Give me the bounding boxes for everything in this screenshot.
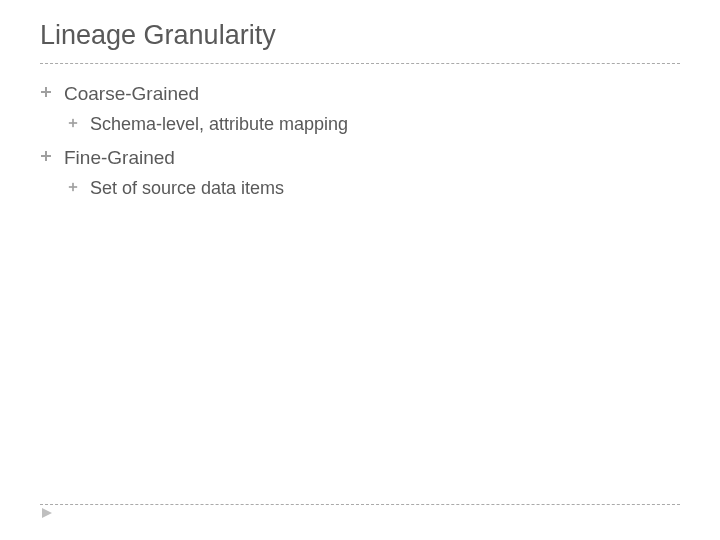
bullet-icon xyxy=(40,146,52,168)
svg-marker-8 xyxy=(42,508,52,518)
bullet-icon xyxy=(68,177,78,198)
list-item-label: Fine-Grained xyxy=(64,146,175,171)
list-item-label: Set of source data items xyxy=(90,177,284,200)
list-item: Set of source data items xyxy=(68,177,680,200)
bullet-icon xyxy=(68,113,78,134)
list-item: Schema-level, attribute mapping xyxy=(68,113,680,136)
svg-rect-1 xyxy=(45,87,47,97)
play-icon xyxy=(40,506,54,520)
list-item-label: Coarse-Grained xyxy=(64,82,199,107)
divider-bottom xyxy=(40,504,680,505)
bullet-list: Coarse-Grained Schema-level, attribute m… xyxy=(40,82,680,200)
svg-rect-5 xyxy=(45,151,47,161)
list-item: Fine-Grained xyxy=(40,146,680,171)
svg-rect-7 xyxy=(72,183,74,191)
slide-content: Lineage Granularity Coarse-Grained Schem… xyxy=(0,0,720,230)
page-title: Lineage Granularity xyxy=(40,20,680,57)
list-item-label: Schema-level, attribute mapping xyxy=(90,113,348,136)
bullet-icon xyxy=(40,82,52,104)
svg-rect-3 xyxy=(72,119,74,127)
list-item: Coarse-Grained xyxy=(40,82,680,107)
divider-top xyxy=(40,63,680,64)
